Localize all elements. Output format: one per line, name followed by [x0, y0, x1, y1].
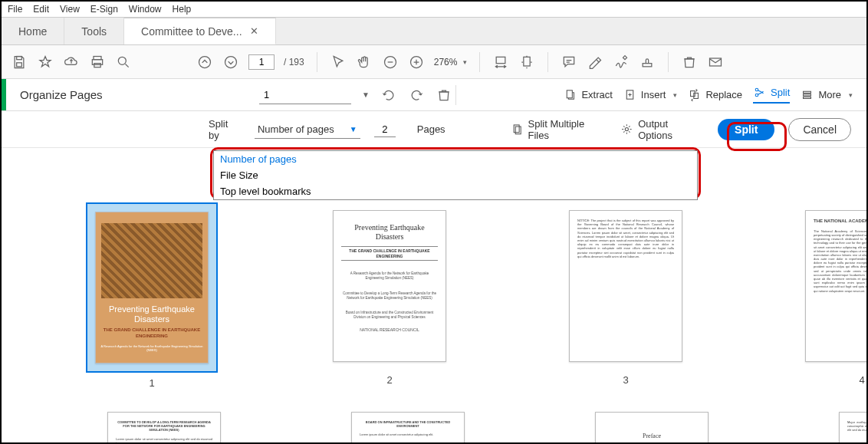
- svg-rect-12: [643, 63, 653, 66]
- split-method-menu: Number of pages File Size Top level book…: [213, 150, 698, 200]
- fit-width-icon[interactable]: [492, 54, 509, 71]
- menu-edit[interactable]: Edit: [33, 4, 49, 15]
- delete-icon[interactable]: [681, 54, 698, 71]
- rotate-left-icon[interactable]: [380, 87, 397, 104]
- tool-title: Organize Pages: [6, 88, 259, 101]
- svg-point-25: [626, 127, 629, 130]
- replace-button[interactable]: Replace: [688, 88, 742, 101]
- stamp-icon[interactable]: [639, 54, 656, 71]
- comment-icon[interactable]: [561, 54, 577, 71]
- search-icon[interactable]: [115, 54, 132, 71]
- svg-rect-20: [804, 91, 811, 93]
- cover-footer: A Research Agenda for the Network for Ea…: [96, 344, 208, 352]
- menu-esign[interactable]: E-Sign: [90, 4, 118, 15]
- tab-tools[interactable]: Tools: [64, 18, 124, 44]
- menu-view[interactable]: View: [60, 4, 80, 15]
- svg-rect-0: [17, 56, 22, 59]
- split-options-bar: Split by Number of pages ▼ Pages Split M…: [2, 111, 866, 148]
- page-thumbnail-7[interactable]: Preface: [595, 412, 709, 442]
- trash-icon[interactable]: [436, 87, 452, 104]
- split-by-label: Split by: [209, 118, 241, 141]
- svg-rect-10: [497, 57, 506, 63]
- menu-window[interactable]: Window: [129, 4, 162, 15]
- page-thumbnail-1[interactable]: Preventing Earthquake Disasters THE GRAN…: [86, 202, 218, 389]
- print-icon[interactable]: [89, 54, 106, 71]
- page-thumbnail-6[interactable]: BOARD ON INFRASTRUCTURE AND THE CONSTRUC…: [351, 412, 465, 442]
- mail-icon[interactable]: [707, 54, 724, 71]
- rotate-right-icon[interactable]: [408, 87, 425, 104]
- split-confirm-button[interactable]: Split: [718, 119, 774, 140]
- svg-point-5: [118, 57, 126, 64]
- star-icon[interactable]: [37, 54, 54, 71]
- page-body: A Research Agenda for the Network for Ea…: [341, 271, 438, 281]
- menu-file[interactable]: File: [8, 4, 22, 15]
- svg-point-18: [755, 88, 758, 91]
- page-body: Board on Infrastructure and the Construc…: [341, 311, 438, 320]
- thumb-label: 3: [623, 374, 628, 386]
- page-up-icon[interactable]: [196, 54, 213, 71]
- page-thumbnail-4[interactable]: THE NATIONAL ACADEMIES The National Acad…: [797, 202, 866, 389]
- chevron-down-icon: ▼: [350, 125, 357, 133]
- split-button[interactable]: Split: [753, 86, 790, 104]
- thumb-label: 2: [386, 374, 392, 386]
- menu-help[interactable]: Help: [173, 4, 192, 15]
- svg-rect-2: [94, 56, 101, 59]
- split-option-pages[interactable]: Number of pages: [214, 151, 697, 167]
- page-subtitle: THE GRAND CHALLENGE IN EARTHQUAKE ENGINE…: [341, 246, 438, 261]
- page-body: NATIONAL RESEARCH COUNCIL: [341, 327, 438, 333]
- zoom-level[interactable]: 276%: [434, 57, 468, 67]
- zoom-out-icon[interactable]: [382, 54, 399, 71]
- extract-button[interactable]: Extract: [564, 88, 612, 101]
- thumb-label: 1: [149, 377, 154, 389]
- insert-button[interactable]: Insert: [623, 88, 678, 101]
- page-down-icon[interactable]: [222, 54, 239, 71]
- page-number-input[interactable]: [248, 54, 275, 70]
- page-body: Committee to Develop a Long-Term Researc…: [341, 291, 438, 301]
- fit-page-icon[interactable]: [518, 54, 535, 71]
- save-icon[interactable]: [11, 54, 28, 71]
- page-thumbnail-8[interactable]: Major earthquakes devastating urban regi…: [839, 412, 866, 442]
- output-options-button[interactable]: Output Options: [620, 118, 704, 141]
- cover-title: Preventing Earthquake Disasters: [96, 304, 208, 324]
- svg-point-6: [199, 56, 211, 67]
- split-multiple-button[interactable]: Split Multiple Files: [511, 118, 607, 141]
- close-icon[interactable]: ✕: [250, 25, 258, 37]
- hand-icon[interactable]: [356, 54, 373, 71]
- svg-rect-17: [694, 93, 699, 98]
- main-toolbar: / 193 276%: [2, 45, 866, 79]
- svg-rect-13: [710, 58, 722, 66]
- highlight-icon[interactable]: [587, 54, 603, 71]
- svg-rect-14: [567, 90, 573, 98]
- tab-home[interactable]: Home: [2, 18, 64, 44]
- cancel-button[interactable]: Cancel: [788, 118, 851, 141]
- svg-point-19: [755, 94, 758, 97]
- cloud-upload-icon[interactable]: [63, 54, 80, 71]
- tab-document[interactable]: Committee to Deve... ✕: [124, 18, 276, 44]
- page-total: / 193: [284, 57, 304, 67]
- svg-point-7: [225, 56, 237, 67]
- organize-toolbar: Organize Pages ▼ Extract Insert Replace …: [2, 79, 866, 111]
- organize-page-input[interactable]: [259, 86, 351, 104]
- more-button[interactable]: More: [801, 88, 853, 101]
- sign-icon[interactable]: [613, 54, 630, 71]
- chevron-down-icon[interactable]: ▼: [362, 90, 370, 99]
- page-thumbnail-2[interactable]: Preventing Earthquake Disasters THE GRAN…: [325, 202, 454, 389]
- split-count-input[interactable]: [374, 122, 396, 137]
- split-option-bookmarks[interactable]: Top level bookmarks: [214, 183, 697, 199]
- page-heading: Preface: [603, 432, 700, 440]
- svg-rect-23: [514, 125, 519, 133]
- page-thumbnail-5[interactable]: COMMITTEE TO DEVELOP A LONG-TERM RESEARC…: [107, 412, 221, 442]
- tabs-row: Home Tools Committee to Deve... ✕: [2, 18, 866, 45]
- zoom-in-icon[interactable]: [408, 54, 425, 71]
- thumb-label: 4: [859, 374, 864, 386]
- page-thumbnail-3[interactable]: NOTICE: The project that is the subject …: [561, 202, 690, 389]
- page-thumbnails: Preventing Earthquake Disasters THE GRAN…: [2, 202, 866, 442]
- page-heading: THE NATIONAL ACADEMIES: [814, 219, 866, 225]
- svg-rect-16: [691, 91, 695, 97]
- split-method-value: Number of pages: [258, 123, 334, 135]
- pointer-icon[interactable]: [330, 54, 347, 71]
- split-method-dropdown[interactable]: Number of pages ▼: [255, 120, 360, 139]
- tab-document-label: Committee to Deve...: [141, 25, 242, 38]
- pages-label: Pages: [417, 123, 446, 135]
- split-option-filesize[interactable]: File Size: [214, 167, 697, 183]
